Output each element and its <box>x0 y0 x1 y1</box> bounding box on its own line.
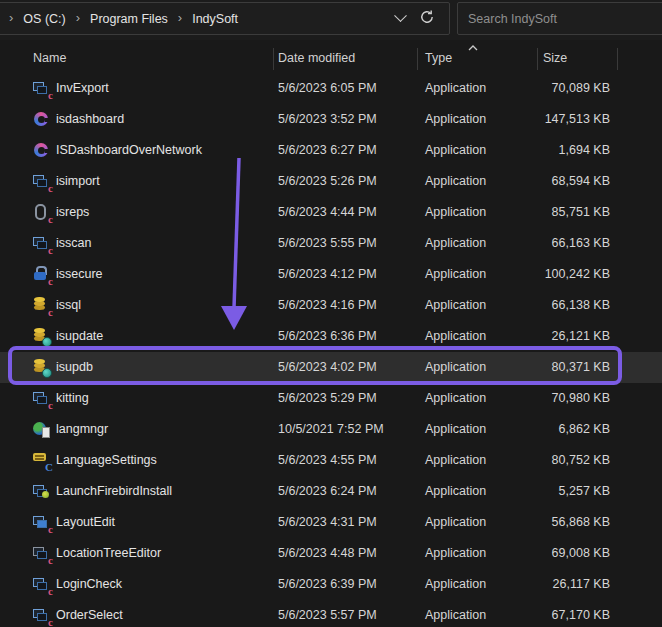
file-name: isupdate <box>56 321 103 352</box>
file-row-isimport[interactable]: cisimport5/6/2023 5:26 PMApplication68,5… <box>0 166 662 197</box>
file-name: langmngr <box>56 414 108 445</box>
chevron-down-icon <box>394 9 407 22</box>
file-row-LocationTreeEditor[interactable]: cLocationTreeEditor5/6/2023 4:48 PMAppli… <box>0 538 662 569</box>
file-date-modified: 5/6/2023 6:24 PM <box>278 476 377 507</box>
database-icon: c <box>33 297 50 314</box>
file-row-isupdb[interactable]: isupdb5/6/2023 4:02 PMApplication80,371 … <box>0 352 662 383</box>
file-type: Application <box>425 476 486 507</box>
address-bar[interactable]: › OS (C:)›Program Files›IndySoft <box>0 2 450 35</box>
file-size: 66,138 KB <box>480 290 610 321</box>
file-row-ISDashboardOverNetwork[interactable]: ISDashboardOverNetwork5/6/2023 6:27 PMAp… <box>0 135 662 166</box>
file-date-modified: 5/6/2023 6:05 PM <box>278 73 377 104</box>
file-explorer-window: › OS (C:)›Program Files›IndySoft Name Da… <box>0 0 662 627</box>
column-header-type[interactable]: Type <box>425 51 452 65</box>
file-row-isdashboard[interactable]: isdashboard5/6/2023 3:52 PMApplication14… <box>0 104 662 135</box>
file-row-isupdate[interactable]: isupdate5/6/2023 6:36 PMApplication26,12… <box>0 321 662 352</box>
window-icon: c <box>33 390 50 407</box>
file-size: 70,980 KB <box>480 383 610 414</box>
file-date-modified: 5/6/2023 4:48 PM <box>278 538 377 569</box>
file-row-LaunchFirebirdInstall[interactable]: LaunchFirebirdInstall5/6/2023 6:24 PMApp… <box>0 476 662 507</box>
file-name: LocationTreeEditor <box>56 538 161 569</box>
file-size: 26,121 KB <box>480 321 610 352</box>
file-name: issql <box>56 290 81 321</box>
window-plugin-icon <box>33 483 50 500</box>
file-row-kitting[interactable]: ckitting5/6/2023 5:29 PMApplication70,98… <box>0 383 662 414</box>
file-name: ISDashboardOverNetwork <box>56 135 202 166</box>
file-date-modified: 5/6/2023 6:27 PM <box>278 135 377 166</box>
file-name: LoginCheck <box>56 569 122 600</box>
file-date-modified: 5/6/2023 6:36 PM <box>278 321 377 352</box>
file-type: Application <box>425 104 486 135</box>
file-name: issecure <box>56 259 103 290</box>
breadcrumb-root-chevron-icon[interactable]: › <box>7 10 15 25</box>
window-icon: c <box>33 173 50 190</box>
file-name: isimport <box>56 166 100 197</box>
file-size: 85,751 KB <box>480 197 610 228</box>
clip-icon: c <box>33 204 50 221</box>
column-resize-handle[interactable] <box>537 48 538 70</box>
address-bar-actions <box>396 9 449 28</box>
column-header-name[interactable]: Name <box>33 51 66 65</box>
file-list: cInvExport5/6/2023 6:05 PMApplication70,… <box>0 73 662 627</box>
file-type: Application <box>425 321 486 352</box>
address-dropdown-button[interactable] <box>396 12 405 26</box>
file-row-issecure[interactable]: cissecure5/6/2023 4:12 PMApplication100,… <box>0 259 662 290</box>
file-row-langmngr[interactable]: langmngr10/5/2021 7:52 PMApplication6,86… <box>0 414 662 445</box>
file-size: 68,594 KB <box>480 166 610 197</box>
database-update-icon <box>33 328 50 345</box>
file-size: 26,117 KB <box>480 569 610 600</box>
breadcrumb: › OS (C:)›Program Files›IndySoft <box>0 9 396 29</box>
refresh-button[interactable] <box>419 9 435 28</box>
file-type: Application <box>425 135 486 166</box>
file-type: Application <box>425 507 486 538</box>
file-row-InvExport[interactable]: cInvExport5/6/2023 6:05 PMApplication70,… <box>0 73 662 104</box>
search-input[interactable] <box>458 3 662 34</box>
file-row-isreps[interactable]: cisreps5/6/2023 4:44 PMApplication85,751… <box>0 197 662 228</box>
file-date-modified: 5/6/2023 6:39 PM <box>278 569 377 600</box>
file-name: OrderSelect <box>56 600 123 627</box>
file-size: 100,242 KB <box>480 259 610 290</box>
file-date-modified: 5/6/2023 4:02 PM <box>278 352 377 383</box>
file-row-issql[interactable]: cissql5/6/2023 4:16 PMApplication66,138 … <box>0 290 662 321</box>
column-resize-handle[interactable] <box>273 48 274 70</box>
file-row-LayoutEdit[interactable]: cLayoutEdit5/6/2023 4:31 PMApplication56… <box>0 507 662 538</box>
file-type: Application <box>425 259 486 290</box>
column-header-date-modified[interactable]: Date modified <box>278 51 355 65</box>
file-size: 80,371 KB <box>480 352 610 383</box>
file-row-isscan[interactable]: cisscan5/6/2023 5:55 PMApplication66,163… <box>0 228 662 259</box>
window-icon: c <box>33 576 50 593</box>
column-resize-handle[interactable] <box>417 48 418 70</box>
column-header-size[interactable]: Size <box>543 51 567 65</box>
file-name: LaunchFirebirdInstall <box>56 476 172 507</box>
lock-icon: c <box>33 266 50 283</box>
file-row-OrderSelect[interactable]: cOrderSelect5/6/2023 5:57 PMApplication6… <box>0 600 662 627</box>
column-headers: Name Date modified Type Size <box>0 44 662 73</box>
dashboard-icon <box>33 142 50 159</box>
file-size: 1,694 KB <box>480 135 610 166</box>
file-type: Application <box>425 228 486 259</box>
file-date-modified: 5/6/2023 5:55 PM <box>278 228 377 259</box>
explorer-toolbar: › OS (C:)›Program Files›IndySoft <box>0 0 662 40</box>
file-name: kitting <box>56 383 89 414</box>
layout-icon: c <box>33 514 50 531</box>
file-type: Application <box>425 538 486 569</box>
file-date-modified: 5/6/2023 4:31 PM <box>278 507 377 538</box>
file-type: Application <box>425 73 486 104</box>
column-resize-handle[interactable] <box>617 48 618 70</box>
file-size: 6,862 KB <box>480 414 610 445</box>
breadcrumb-item[interactable]: IndySoft <box>186 9 244 29</box>
file-name: isupdb <box>56 352 93 383</box>
file-row-LoginCheck[interactable]: cLoginCheck5/6/2023 6:39 PMApplication26… <box>0 569 662 600</box>
file-date-modified: 10/5/2021 7:52 PM <box>278 414 384 445</box>
refresh-icon <box>419 9 435 25</box>
file-date-modified: 5/6/2023 4:55 PM <box>278 445 377 476</box>
file-type: Application <box>425 197 486 228</box>
breadcrumb-item[interactable]: OS (C:) <box>17 9 71 29</box>
file-row-LanguageSettings[interactable]: CLanguageSettings5/6/2023 4:55 PMApplica… <box>0 445 662 476</box>
file-size: 56,868 KB <box>480 507 610 538</box>
file-name: LanguageSettings <box>56 445 157 476</box>
file-date-modified: 5/6/2023 5:29 PM <box>278 383 377 414</box>
file-type: Application <box>425 383 486 414</box>
file-type: Application <box>425 445 486 476</box>
breadcrumb-item[interactable]: Program Files <box>84 9 174 29</box>
